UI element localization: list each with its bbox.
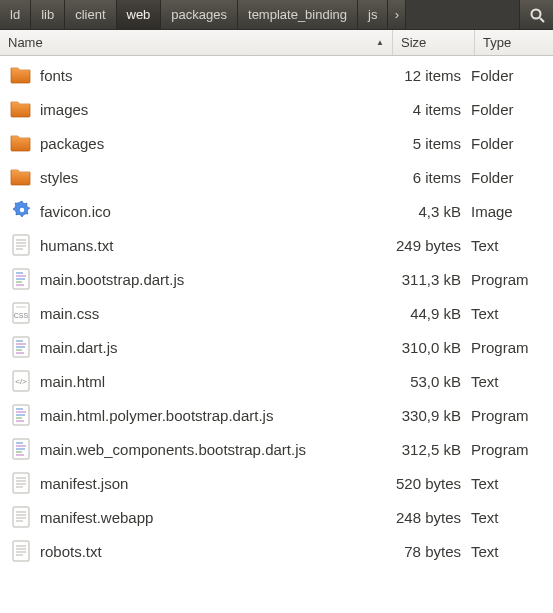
column-header-size[interactable]: Size (393, 30, 475, 55)
file-name: main.bootstrap.dart.js (36, 271, 389, 288)
file-size: 6 items (389, 169, 471, 186)
file-type: Text (471, 373, 549, 390)
file-size: 53,0 kB (389, 373, 471, 390)
text-icon (6, 539, 36, 563)
file-row[interactable]: styles6 itemsFolder (4, 160, 553, 194)
file-size: 12 items (389, 67, 471, 84)
file-row[interactable]: manifest.webapp248 bytesText (4, 500, 553, 534)
breadcrumb-item-label: packages (171, 7, 227, 22)
file-row[interactable]: manifest.json520 bytesText (4, 466, 553, 500)
file-size: 310,0 kB (389, 339, 471, 356)
file-row[interactable]: main.web_components.bootstrap.dart.js312… (4, 432, 553, 466)
breadcrumb-item[interactable]: js (358, 0, 388, 29)
svg-line-1 (540, 18, 544, 22)
file-type: Text (471, 237, 549, 254)
file-row[interactable]: favicon.ico4,3 kBImage (4, 194, 553, 228)
column-headers: Name ▲ Size Type (0, 30, 553, 56)
file-row[interactable]: main.css44,9 kBText (4, 296, 553, 330)
file-type: Folder (471, 169, 549, 186)
file-size: 5 items (389, 135, 471, 152)
breadcrumb-spacer (406, 0, 519, 29)
file-row[interactable]: humans.txt249 bytesText (4, 228, 553, 262)
file-type: Text (471, 305, 549, 322)
file-name: main.dart.js (36, 339, 389, 356)
file-name: main.html.polymer.bootstrap.dart.js (36, 407, 389, 424)
breadcrumb-item[interactable]: packages (161, 0, 238, 29)
file-size: 330,9 kB (389, 407, 471, 424)
text-icon (6, 471, 36, 495)
file-size: 248 bytes (389, 509, 471, 526)
breadcrumb-item[interactable]: template_binding (238, 0, 358, 29)
file-name: fonts (36, 67, 389, 84)
script-icon (6, 267, 36, 291)
file-row[interactable]: main.dart.js310,0 kBProgram (4, 330, 553, 364)
column-header-name[interactable]: Name ▲ (0, 30, 393, 55)
folder-icon (6, 165, 36, 189)
column-header-type-label: Type (483, 35, 511, 50)
file-type: Program (471, 339, 549, 356)
file-name: favicon.ico (36, 203, 389, 220)
folder-icon (6, 131, 36, 155)
file-name: styles (36, 169, 389, 186)
search-button[interactable] (519, 0, 553, 29)
column-header-size-label: Size (401, 35, 426, 50)
favicon-icon (6, 199, 36, 223)
file-row[interactable]: main.html53,0 kBText (4, 364, 553, 398)
file-name: main.css (36, 305, 389, 322)
file-type: Folder (471, 67, 549, 84)
folder-icon (6, 97, 36, 121)
file-name: robots.txt (36, 543, 389, 560)
file-row[interactable]: robots.txt78 bytesText (4, 534, 553, 568)
breadcrumb: ldlibclientwebpackagestemplate_bindingjs… (0, 0, 553, 30)
breadcrumb-item-label: client (75, 7, 105, 22)
breadcrumb-item-label: ld (10, 7, 20, 22)
file-row[interactable]: images4 itemsFolder (4, 92, 553, 126)
breadcrumb-item-label: template_binding (248, 7, 347, 22)
file-row[interactable]: fonts12 itemsFolder (4, 58, 553, 92)
file-type: Image (471, 203, 549, 220)
breadcrumb-item[interactable]: ld (0, 0, 31, 29)
breadcrumb-item[interactable]: web (117, 0, 162, 29)
file-size: 4 items (389, 101, 471, 118)
file-size: 520 bytes (389, 475, 471, 492)
file-name: manifest.webapp (36, 509, 389, 526)
search-icon (529, 7, 545, 23)
script-icon (6, 403, 36, 427)
file-type: Program (471, 407, 549, 424)
css-icon (6, 301, 36, 325)
file-size: 4,3 kB (389, 203, 471, 220)
file-row[interactable]: main.html.polymer.bootstrap.dart.js330,9… (4, 398, 553, 432)
overflow-glyph-icon: › (395, 7, 399, 22)
text-icon (6, 233, 36, 257)
file-row[interactable]: packages5 itemsFolder (4, 126, 553, 160)
breadcrumb-item[interactable]: lib (31, 0, 65, 29)
file-size: 312,5 kB (389, 441, 471, 458)
script-icon (6, 437, 36, 461)
file-type: Text (471, 475, 549, 492)
file-name: images (36, 101, 389, 118)
breadcrumb-item-label: lib (41, 7, 54, 22)
file-row[interactable]: main.bootstrap.dart.js311,3 kBProgram (4, 262, 553, 296)
breadcrumb-overflow[interactable]: › (388, 0, 406, 29)
file-size: 78 bytes (389, 543, 471, 560)
breadcrumb-item-label: web (127, 7, 151, 22)
file-type: Folder (471, 135, 549, 152)
file-type: Program (471, 271, 549, 288)
file-name: main.html (36, 373, 389, 390)
file-size: 44,9 kB (389, 305, 471, 322)
sort-ascending-icon: ▲ (376, 38, 384, 47)
file-size: 311,3 kB (389, 271, 471, 288)
folder-icon (6, 63, 36, 87)
file-name: main.web_components.bootstrap.dart.js (36, 441, 389, 458)
breadcrumb-item[interactable]: client (65, 0, 116, 29)
file-type: Text (471, 543, 549, 560)
text-icon (6, 505, 36, 529)
file-size: 249 bytes (389, 237, 471, 254)
script-icon (6, 335, 36, 359)
breadcrumb-item-label: js (368, 7, 377, 22)
file-type: Program (471, 441, 549, 458)
file-list: fonts12 itemsFolderimages4 itemsFolderpa… (0, 56, 553, 568)
column-header-name-label: Name (8, 35, 43, 50)
column-header-type[interactable]: Type (475, 30, 553, 55)
file-name: humans.txt (36, 237, 389, 254)
